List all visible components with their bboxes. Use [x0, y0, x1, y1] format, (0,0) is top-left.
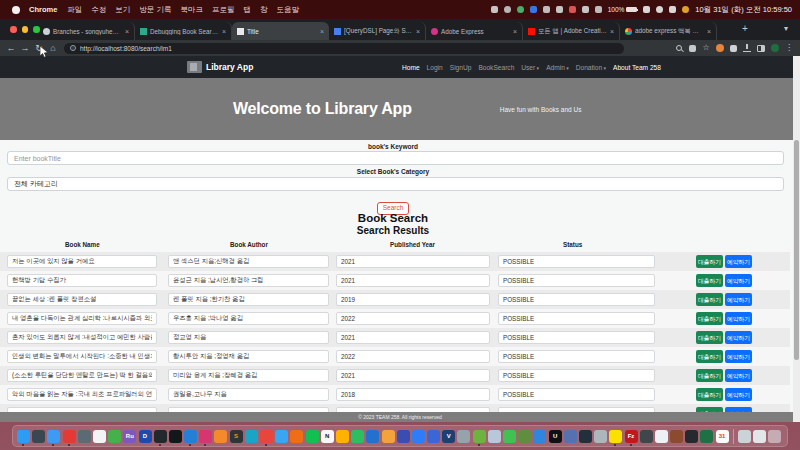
menu-item-7[interactable]: 창: [260, 5, 268, 15]
bluetooth-icon[interactable]: [595, 6, 602, 13]
category-select[interactable]: 전체 카테고리: [7, 177, 784, 191]
browser-tab-2[interactable]: Title×: [232, 22, 329, 40]
dock-icon-photos[interactable]: [93, 430, 106, 443]
nav-link-home[interactable]: Home: [402, 64, 420, 71]
dock-icon-mail[interactable]: [47, 430, 60, 443]
book-name-input[interactable]: [7, 255, 157, 268]
dock-icon-docker[interactable]: D: [139, 430, 152, 443]
book-name-input[interactable]: [7, 331, 157, 344]
menu-item-3[interactable]: 방문 기록: [139, 5, 171, 15]
profile-avatar-orange[interactable]: [716, 44, 724, 52]
published-year-input[interactable]: [336, 293, 490, 306]
dock-icon-android-studio[interactable]: [503, 430, 516, 443]
pet-app-icon[interactable]: [504, 6, 511, 13]
nav-link-booksearch[interactable]: BookSearch: [478, 64, 514, 71]
dock-icon-safari[interactable]: [275, 430, 288, 443]
nav-link-signup[interactable]: SignUp: [450, 64, 472, 71]
menu-item-8[interactable]: 도움말: [276, 5, 299, 15]
dock-icon-orange-tool[interactable]: [214, 430, 227, 443]
tab-close-icon[interactable]: ×: [416, 28, 420, 35]
reserve-button[interactable]: 예약하기: [725, 255, 752, 268]
book-author-input[interactable]: [168, 255, 329, 268]
dock-icon-filezilla[interactable]: Fz: [625, 430, 638, 443]
menu-kebab-icon[interactable]: ⋮: [785, 44, 793, 52]
browser-tab-0[interactable]: Branches - songyuheon98/Te...×: [38, 22, 135, 40]
book-name-input[interactable]: [7, 274, 157, 287]
menu-item-0[interactable]: 파일: [67, 5, 82, 15]
menu-item-5[interactable]: 프로필: [212, 5, 235, 15]
dock-icon-dark-disc[interactable]: [640, 430, 653, 443]
menu-item-2[interactable]: 보기: [115, 5, 130, 15]
dock-icon-iterm[interactable]: [169, 430, 182, 443]
dock-icon-terminal[interactable]: [154, 430, 167, 443]
tab-close-icon[interactable]: ×: [707, 28, 711, 35]
dock-icon-intellij[interactable]: [199, 430, 212, 443]
tab-close-icon[interactable]: ×: [320, 28, 324, 35]
vpn-icon[interactable]: [517, 6, 524, 13]
tab-close-icon[interactable]: ×: [610, 28, 614, 35]
dock-icon-watch[interactable]: [685, 430, 698, 443]
dock-icon-youtube[interactable]: [63, 430, 76, 443]
status-input[interactable]: [498, 331, 655, 344]
reserve-button[interactable]: 예약하기: [725, 369, 752, 382]
published-year-input[interactable]: [336, 350, 490, 363]
dock-icon-calendar[interactable]: 31: [716, 430, 729, 443]
forward-button[interactable]: →: [18, 43, 32, 53]
reserve-button[interactable]: 예약하기: [725, 312, 752, 325]
borrow-button[interactable]: 대출하기: [696, 369, 723, 382]
search-icon[interactable]: [675, 44, 683, 52]
dock-icon-trash[interactable]: [768, 430, 781, 443]
browser-tab-4[interactable]: Adobe Express×: [426, 22, 523, 40]
reserve-button[interactable]: 예약하기: [725, 293, 752, 306]
dock-icon-line[interactable]: [306, 430, 319, 443]
dock-icon-edge[interactable]: [245, 430, 258, 443]
site-brand[interactable]: Library App: [206, 62, 253, 72]
dock-icon-blue-doc[interactable]: [366, 430, 379, 443]
book-author-input[interactable]: [168, 388, 329, 401]
menu-item-6[interactable]: 탭: [243, 5, 251, 15]
borrow-button[interactable]: 대출하기: [696, 388, 723, 401]
book-author-input[interactable]: [168, 293, 329, 306]
dock-icon-pencil-app[interactable]: [594, 430, 607, 443]
published-year-input[interactable]: [336, 274, 490, 287]
dock-icon-notion[interactable]: N: [321, 430, 334, 443]
dock-icon-fireplace[interactable]: [670, 430, 683, 443]
wifi-icon[interactable]: [643, 6, 650, 13]
address-bar[interactable]: i http://localhost:8080/search/lm1: [64, 43, 624, 54]
profile-avatar-green[interactable]: [771, 44, 779, 52]
grid-icon[interactable]: [556, 6, 563, 13]
active-app-menu[interactable]: Chrome: [29, 5, 57, 14]
url-text[interactable]: http://localhost:8080/search/lm1: [80, 45, 172, 52]
reserve-button[interactable]: 예약하기: [725, 331, 752, 344]
keyboard-input-icon[interactable]: [669, 6, 676, 13]
book-author-input[interactable]: [168, 274, 329, 287]
nav-link-about-team-258[interactable]: About Team 258: [613, 64, 661, 71]
nav-link-user[interactable]: User ▾: [521, 64, 539, 71]
menu-bar-clock[interactable]: 10월 31일 (화) 오전 10:59:50: [695, 5, 792, 15]
book-author-input[interactable]: [168, 350, 329, 363]
browser-tab-6[interactable]: adobe express 맥북 다운로드 - G×: [620, 22, 717, 40]
home-icon[interactable]: [582, 6, 589, 13]
dock-icon-vscode[interactable]: [184, 430, 197, 443]
tab-overflow-chevron-icon[interactable]: ▾: [784, 24, 788, 33]
status-input[interactable]: [498, 293, 655, 306]
published-year-input[interactable]: [336, 255, 490, 268]
dock-icon-evernote[interactable]: [351, 430, 364, 443]
dock-icon-launchpad[interactable]: [32, 430, 45, 443]
extension-ghost-icon[interactable]: [730, 45, 737, 52]
dock-icon-excel[interactable]: [700, 430, 713, 443]
dock-icon-sublime[interactable]: S: [230, 430, 243, 443]
dock-icon-spring[interactable]: [473, 430, 486, 443]
book-name-input[interactable]: [7, 293, 157, 306]
emoji-icon[interactable]: [682, 6, 689, 13]
reserve-button[interactable]: 예약하기: [725, 274, 752, 287]
dock-icon-telegram-dark[interactable]: [579, 430, 592, 443]
spotlight-search-icon[interactable]: [656, 6, 663, 13]
tab-close-icon[interactable]: ×: [222, 28, 226, 35]
dock-icon-unreal[interactable]: U: [549, 430, 562, 443]
dock-icon-gray-app[interactable]: [457, 430, 470, 443]
dock-icon-rubymine[interactable]: Ru: [123, 430, 136, 443]
status-input[interactable]: [498, 255, 655, 268]
borrow-button[interactable]: 대출하기: [696, 255, 723, 268]
tab-close-icon[interactable]: ×: [125, 28, 129, 35]
